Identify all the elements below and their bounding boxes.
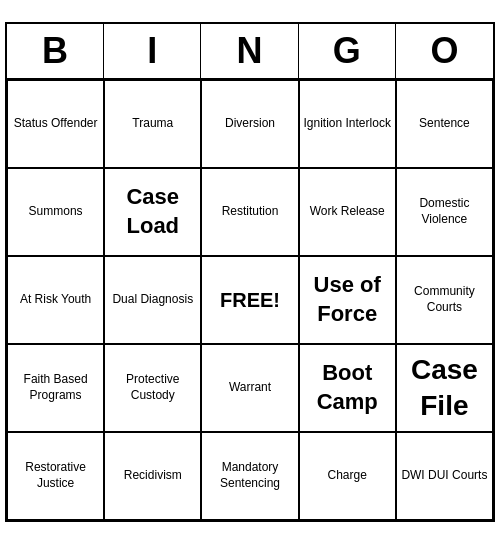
bingo-cell: Boot Camp bbox=[299, 344, 396, 432]
bingo-cell: Community Courts bbox=[396, 256, 493, 344]
bingo-cell: FREE! bbox=[201, 256, 298, 344]
bingo-grid: Status OffenderTraumaDiversionIgnition I… bbox=[7, 80, 493, 520]
bingo-cell: Restorative Justice bbox=[7, 432, 104, 520]
bingo-cell: Mandatory Sentencing bbox=[201, 432, 298, 520]
header-letter-i: I bbox=[104, 24, 201, 78]
bingo-cell: Protective Custody bbox=[104, 344, 201, 432]
bingo-cell: DWI DUI Courts bbox=[396, 432, 493, 520]
bingo-cell: Case Load bbox=[104, 168, 201, 256]
bingo-cell: Sentence bbox=[396, 80, 493, 168]
bingo-cell: Ignition Interlock bbox=[299, 80, 396, 168]
bingo-cell: Case File bbox=[396, 344, 493, 432]
header-letter-g: G bbox=[299, 24, 396, 78]
bingo-cell: At Risk Youth bbox=[7, 256, 104, 344]
bingo-cell: Diversion bbox=[201, 80, 298, 168]
header-letter-b: B bbox=[7, 24, 104, 78]
header-letter-n: N bbox=[201, 24, 298, 78]
bingo-cell: Domestic Violence bbox=[396, 168, 493, 256]
bingo-cell: Summons bbox=[7, 168, 104, 256]
bingo-cell: Charge bbox=[299, 432, 396, 520]
bingo-cell: Work Release bbox=[299, 168, 396, 256]
bingo-cell: Dual Diagnosis bbox=[104, 256, 201, 344]
bingo-card: BINGO Status OffenderTraumaDiversionIgni… bbox=[5, 22, 495, 522]
header-letter-o: O bbox=[396, 24, 493, 78]
bingo-cell: Trauma bbox=[104, 80, 201, 168]
bingo-cell: Restitution bbox=[201, 168, 298, 256]
bingo-cell: Warrant bbox=[201, 344, 298, 432]
bingo-cell: Status Offender bbox=[7, 80, 104, 168]
bingo-header: BINGO bbox=[7, 24, 493, 80]
bingo-cell: Use of Force bbox=[299, 256, 396, 344]
bingo-cell: Recidivism bbox=[104, 432, 201, 520]
bingo-cell: Faith Based Programs bbox=[7, 344, 104, 432]
